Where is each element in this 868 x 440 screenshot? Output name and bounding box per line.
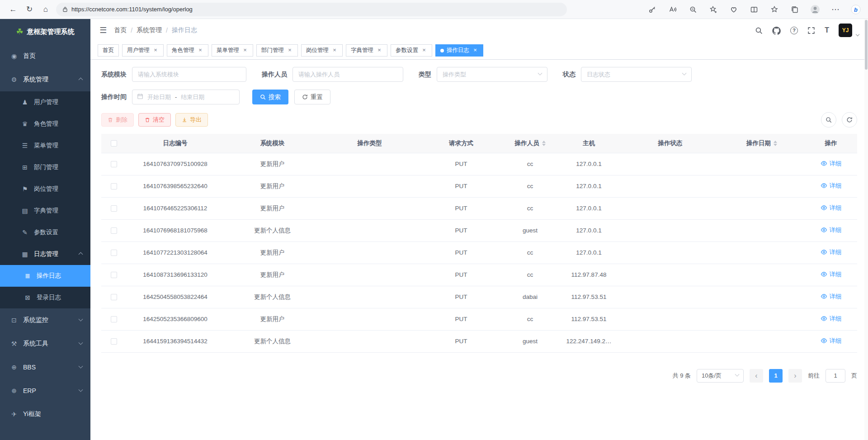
zoom-out-icon[interactable] [688,5,698,14]
delete-button[interactable]: 删除 [101,113,134,127]
scrollbar-thumb[interactable] [865,20,868,70]
sidebar-item-dict-mgmt[interactable]: ▤ 字典管理 [0,200,90,222]
detail-link[interactable]: 详细 [821,270,842,279]
date-range-picker[interactable]: 开始日期 - 结束日期 [132,90,240,104]
close-icon[interactable]: × [197,47,203,54]
sidebar-item-log-mgmt[interactable]: ▦ 日志管理 [0,243,90,265]
chevron-down-icon[interactable] [856,33,859,36]
detail-link[interactable]: 详细 [821,204,842,212]
breadcrumb-system[interactable]: 系统管理 [137,26,162,34]
tab-depts[interactable]: 部门管理 × [256,44,298,57]
type-select[interactable]: 操作类型 [437,67,547,82]
row-checkbox[interactable] [111,227,117,234]
sidebar-item-system-monitor[interactable]: ⊡ 系统监控 [0,308,90,332]
detail-link[interactable]: 详细 [821,248,842,256]
row-checkbox[interactable] [111,316,117,322]
row-checkbox[interactable] [111,338,117,345]
row-checkbox[interactable] [111,205,117,212]
close-icon[interactable]: × [421,47,427,54]
sidebar-item-home[interactable]: ◉ 首页 [0,44,90,68]
copilot-icon[interactable]: b [851,5,861,14]
col-date[interactable]: 操作日期 [719,134,805,153]
row-checkbox[interactable] [111,294,117,300]
module-input[interactable] [132,67,246,82]
sidebar-item-system-tools[interactable]: ⚒ 系统工具 [0,332,90,355]
detail-link[interactable]: 详细 [821,337,842,345]
sidebar-item-loginlog[interactable]: ⊠ 登录日志 [0,287,90,308]
sidebar-item-erp[interactable]: ⊕ ERP [0,379,90,402]
row-checkbox[interactable] [111,161,117,167]
refresh-list-button[interactable] [842,112,857,128]
search-icon[interactable] [755,27,763,34]
sidebar-item-system-mgmt[interactable]: ⚙ 系统管理 [0,68,90,91]
row-checkbox[interactable] [111,183,117,189]
status-select[interactable]: 日志状态 [581,67,692,82]
sidebar-item-param-settings[interactable]: ✎ 参数设置 [0,222,90,243]
close-icon[interactable]: × [472,47,478,54]
sort-icon[interactable] [774,141,777,146]
col-operator[interactable]: 操作人员 [504,134,556,153]
refresh-button[interactable]: ↻ [24,4,35,15]
font-size-icon[interactable]: T [825,26,829,34]
close-icon[interactable]: × [242,47,248,54]
tab-roles[interactable]: 角色管理 × [167,44,208,57]
operator-input[interactable] [292,67,403,82]
page-1-button[interactable]: 1 [769,369,783,383]
close-icon[interactable]: × [331,47,338,54]
export-button[interactable]: 导出 [175,113,208,127]
collections-icon[interactable] [790,5,800,14]
sidebar-item-post-mgmt[interactable]: ⚑ 岗位管理 [0,178,90,200]
github-icon[interactable] [772,26,781,35]
detail-link[interactable]: 详细 [821,293,842,301]
read-aloud-icon[interactable] [668,5,678,14]
sidebar-item-menu-mgmt[interactable]: ☰ 菜单管理 [0,135,90,156]
goto-page-input[interactable] [826,369,845,383]
back-button[interactable]: ← [7,4,19,15]
row-checkbox[interactable] [111,272,117,278]
help-icon[interactable]: ? [790,27,798,34]
detail-link[interactable]: 详细 [821,226,842,234]
tab-params[interactable]: 参数设置 × [391,44,432,57]
search-button[interactable]: 搜索 [252,90,288,104]
more-menu-icon[interactable]: ⋯ [830,5,840,14]
profile-avatar[interactable] [810,5,820,14]
tab-posts[interactable]: 岗位管理 × [301,44,343,57]
detail-link[interactable]: 详细 [821,182,842,190]
close-icon[interactable]: × [376,47,382,54]
detail-link[interactable]: 详细 [821,315,842,323]
sidebar-item-yi-framework[interactable]: ✈ Yi框架 [0,402,90,426]
tab-dicts[interactable]: 字典管理 × [346,44,387,57]
page-size-select[interactable]: 10条/页 [697,369,744,383]
favorites-bar-icon[interactable] [769,5,779,14]
show-search-button[interactable] [821,112,836,128]
close-icon[interactable]: × [152,47,159,54]
split-screen-icon[interactable] [749,5,759,14]
breadcrumb-home[interactable]: 首页 [114,26,127,34]
sort-icon[interactable] [542,141,546,146]
page-scrollbar[interactable] [864,19,868,440]
user-avatar[interactable]: YJ [839,24,852,37]
add-favorite-icon[interactable] [708,5,718,14]
browser-essentials-icon[interactable] [729,5,739,14]
reset-button[interactable]: 重置 [294,90,330,104]
sidebar-item-operlog[interactable]: ≣ 操作日志 [0,265,90,287]
sidebar-item-bbs[interactable]: ⊕ BBS [0,355,90,379]
tab-users[interactable]: 用户管理 × [122,44,164,57]
select-all-checkbox[interactable] [111,140,117,147]
next-page-button[interactable]: › [788,369,802,383]
tab-operlog[interactable]: 操作日志 × [435,44,483,57]
clear-button[interactable]: 清空 [138,113,171,127]
hamburger-icon[interactable]: ☰ [99,25,107,35]
tab-menus[interactable]: 菜单管理 × [212,44,253,57]
detail-link[interactable]: 详细 [821,160,842,168]
fullscreen-icon[interactable] [807,27,815,34]
row-checkbox[interactable] [111,250,117,256]
close-icon[interactable]: × [287,47,293,54]
tab-home[interactable]: 首页 [98,44,119,57]
prev-page-button[interactable]: ‹ [750,369,763,383]
sidebar-item-user-mgmt[interactable]: ♟ 用户管理 [0,91,90,113]
password-key-icon[interactable] [647,5,657,14]
sidebar-item-dept-mgmt[interactable]: ⊞ 部门管理 [0,156,90,178]
sidebar-item-role-mgmt[interactable]: ♛ 角色管理 [0,113,90,135]
address-bar[interactable]: https://ccnetcore.com:1101/system/log/op… [56,3,567,16]
